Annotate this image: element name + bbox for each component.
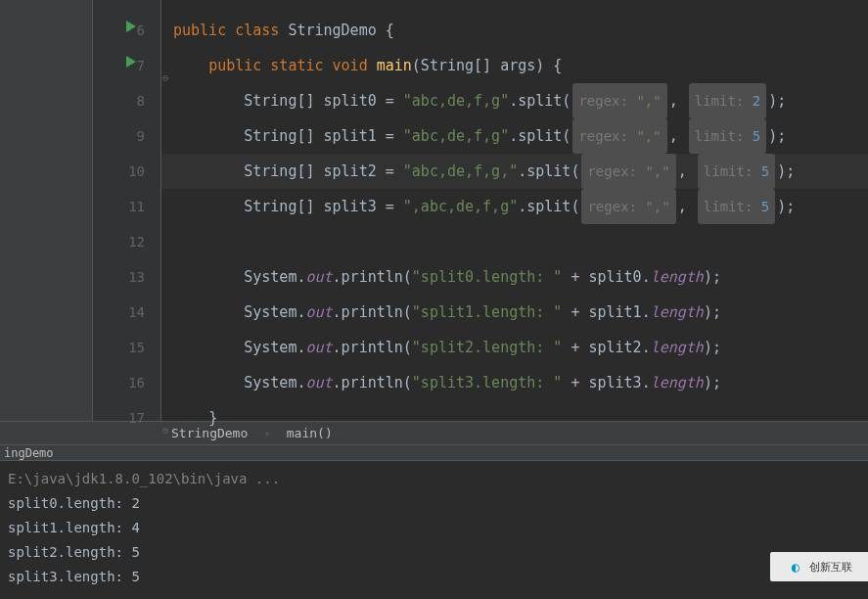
code-line[interactable]: System.out.println("split2.length: " + s… xyxy=(161,330,868,365)
line-number[interactable]: 14 xyxy=(93,295,160,330)
param-hint-regex: regex: "," xyxy=(572,118,666,154)
line-number[interactable]: 11 xyxy=(93,189,160,224)
param-hint-regex: regex: "," xyxy=(572,83,666,118)
line-number[interactable]: 16 xyxy=(93,365,160,400)
line-number[interactable]: 13 xyxy=(93,259,160,295)
code-line[interactable]: String[] split1 = "abc,de,f,g".split(reg… xyxy=(161,118,868,154)
code-line[interactable]: } xyxy=(161,400,868,436)
param-hint-regex: regex: "," xyxy=(581,154,675,189)
console-line: split0.length: 2 xyxy=(8,491,860,516)
console-output[interactable]: E:\java\jdk1.8.0_102\bin\java ... split0… xyxy=(0,461,868,595)
code-line[interactable]: System.out.println("split3.length: " + s… xyxy=(161,365,868,400)
project-sidebar[interactable] xyxy=(0,0,93,421)
param-hint-limit: limit: 5 xyxy=(689,118,766,154)
param-hint-regex: regex: "," xyxy=(581,189,675,224)
param-hint-limit: limit: 2 xyxy=(689,83,766,118)
console-line: split2.length: 5 xyxy=(8,540,860,565)
param-hint-limit: limit: 5 xyxy=(698,154,775,189)
line-number[interactable]: 9 xyxy=(93,118,160,154)
console-command: E:\java\jdk1.8.0_102\bin\java ... xyxy=(8,467,860,491)
run-tab[interactable]: ingDemo xyxy=(0,445,868,461)
code-line[interactable] xyxy=(161,224,868,259)
run-icon[interactable] xyxy=(126,21,136,32)
line-number[interactable]: 8 xyxy=(93,83,160,118)
code-line[interactable]: System.out.println("split0.length: " + s… xyxy=(161,259,868,295)
code-line[interactable]: String[] split3 = ",abc,de,f,g".split(re… xyxy=(161,189,868,224)
editor-area: 6 7⊖ 8 9 10 11 12 13 14 15 16 17⊖ public… xyxy=(0,0,868,421)
console-line: split3.length: 5 xyxy=(8,565,860,589)
code-area[interactable]: public class StringDemo { public static … xyxy=(161,0,868,421)
line-number[interactable]: 15 xyxy=(93,330,160,365)
watermark: ◐ 创新互联 xyxy=(770,552,868,581)
line-numbers: 6 7⊖ 8 9 10 11 12 13 14 15 16 17⊖ xyxy=(93,0,160,436)
code-line[interactable]: System.out.println("split1.length: " + s… xyxy=(161,295,868,330)
code-line[interactable]: String[] split0 = "abc,de,f,g".split(reg… xyxy=(161,83,868,118)
watermark-text: 创新互联 xyxy=(809,560,852,575)
run-panel: ingDemo E:\java\jdk1.8.0_102\bin\java ..… xyxy=(0,444,868,595)
code-line[interactable]: public class StringDemo { xyxy=(161,13,868,48)
console-line: split1.length: 4 xyxy=(8,516,860,540)
line-number[interactable]: 10 xyxy=(93,154,160,189)
param-hint-limit: limit: 5 xyxy=(698,189,775,224)
line-number[interactable]: 7⊖ xyxy=(93,48,160,83)
line-number[interactable]: 17⊖ xyxy=(93,400,160,436)
line-number[interactable]: 12 xyxy=(93,224,160,259)
watermark-icon: ◐ xyxy=(786,557,805,576)
run-icon[interactable] xyxy=(126,56,136,68)
code-line-current[interactable]: String[] split2 = "abc,de,f,g,".split(re… xyxy=(161,154,868,189)
line-number[interactable]: 6 xyxy=(93,13,160,48)
code-line[interactable]: public static void main(String[] args) { xyxy=(161,48,868,83)
gutter[interactable]: 6 7⊖ 8 9 10 11 12 13 14 15 16 17⊖ xyxy=(93,0,161,421)
